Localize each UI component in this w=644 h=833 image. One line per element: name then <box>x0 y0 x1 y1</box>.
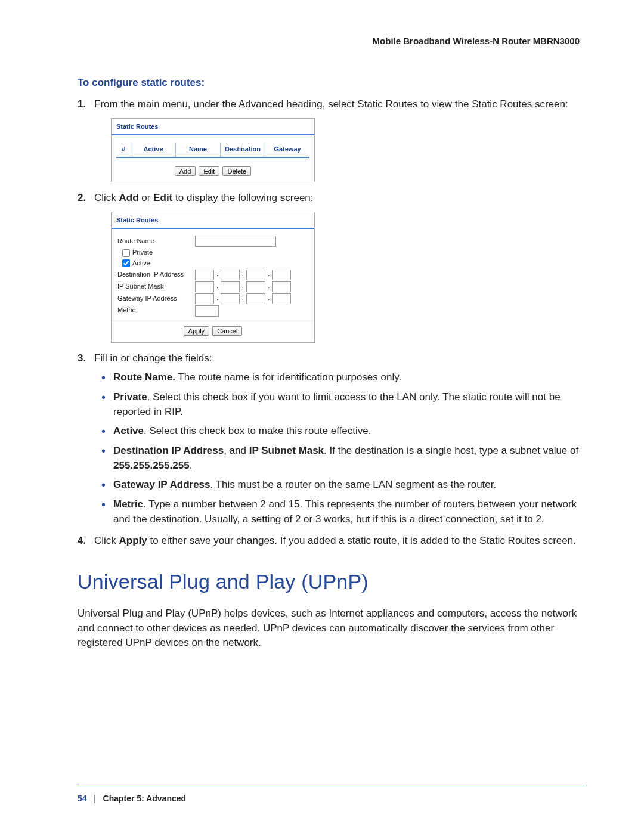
panel-title: Static Routes <box>112 119 314 135</box>
mask-1[interactable] <box>195 281 214 292</box>
b: Metric <box>113 498 143 510</box>
t2: . <box>190 460 193 471</box>
field-active: Active. Select this check box to make th… <box>113 424 584 439</box>
dest-ip-3[interactable] <box>246 270 265 280</box>
dest-ip-1[interactable] <box>195 270 214 280</box>
upnp-heading: Universal Plug and Play (UPnP) <box>78 570 584 593</box>
step-4-text-a: Click <box>94 535 119 546</box>
dest-ip-2[interactable] <box>221 270 240 280</box>
col-destination: Destination <box>220 143 265 157</box>
field-gateway: Gateway IP Address. This must be a route… <box>113 478 584 493</box>
b1: Destination IP Address <box>113 445 224 456</box>
step-2-text-e: to display the following screen: <box>172 192 313 203</box>
step-2-edit: Edit <box>153 192 172 203</box>
b: Gateway IP Address <box>113 479 210 490</box>
mask-3[interactable] <box>246 281 265 292</box>
label-metric: Metric <box>117 306 195 315</box>
metric-input[interactable] <box>195 305 219 317</box>
b: Route Name. <box>113 371 175 383</box>
step-4-apply: Apply <box>119 535 147 546</box>
b2: IP Subnet Mask <box>249 445 324 456</box>
step-1: From the main menu, under the Advanced h… <box>94 97 584 182</box>
add-button[interactable]: Add <box>175 166 196 176</box>
cancel-button[interactable]: Cancel <box>212 326 242 336</box>
m: , and <box>224 445 249 456</box>
field-metric: Metric. Type a number between 2 and 15. … <box>113 497 584 527</box>
label-active: Active <box>132 259 150 268</box>
upnp-paragraph: Universal Plug and Play (UPnP) helps dev… <box>78 606 584 651</box>
label-route-name: Route Name <box>117 237 195 246</box>
gw-3[interactable] <box>246 293 265 304</box>
panel-title: Static Routes <box>112 212 314 229</box>
step-2-text-c: or <box>139 192 154 203</box>
step-3: Fill in or change the fields: Route Name… <box>94 351 584 527</box>
step-2-add: Add <box>119 192 139 203</box>
gw-2[interactable] <box>221 293 240 304</box>
field-private: Private. Select this check box if you wa… <box>113 390 584 419</box>
section-heading: To configure static routes: <box>78 77 584 89</box>
table-header: # Active Name Destination Gateway <box>116 143 309 158</box>
col-active: Active <box>131 143 175 157</box>
private-checkbox[interactable] <box>122 249 130 257</box>
apply-button[interactable]: Apply <box>184 326 210 336</box>
b: Active <box>113 425 144 436</box>
label-gateway: Gateway IP Address <box>117 294 195 304</box>
chapter-label: Chapter 5: Advanced <box>103 794 187 803</box>
edit-button[interactable]: Edit <box>199 166 219 176</box>
active-checkbox[interactable] <box>122 259 130 267</box>
t: . Select this check box if you want to l… <box>113 391 561 417</box>
t: The route name is for identification pur… <box>175 371 401 383</box>
t: . Type a number between 2 and 15. This r… <box>113 498 577 525</box>
page-number: 54 <box>78 794 87 803</box>
t: . Select this check box to make this rou… <box>144 425 371 436</box>
mask-4[interactable] <box>272 281 291 292</box>
gw-4[interactable] <box>272 293 291 304</box>
step-4-text-c: to either save your changes. If you adde… <box>147 535 576 546</box>
t: . This must be a router on the same LAN … <box>210 479 497 490</box>
step-2-text-a: Click <box>94 192 119 203</box>
label-subnet: IP Subnet Mask <box>117 282 195 292</box>
footer-sep: | <box>94 794 96 803</box>
field-destination: Destination IP Address, and IP Subnet Ma… <box>113 444 584 473</box>
running-header: Mobile Broadband Wireless-N Router MBRN3… <box>78 36 584 46</box>
step-3-text: Fill in or change the fields: <box>94 352 212 364</box>
step-4: Click Apply to either save your changes.… <box>94 534 584 549</box>
mask-2[interactable] <box>221 281 240 292</box>
footer-rule <box>78 786 584 786</box>
route-name-input[interactable] <box>195 236 276 247</box>
dest-ip-4[interactable] <box>272 270 291 280</box>
label-private: Private <box>132 248 153 258</box>
col-name: Name <box>175 143 220 157</box>
static-routes-list-screenshot: Static Routes # Active Name Destination … <box>111 118 315 183</box>
col-gateway: Gateway <box>265 143 309 157</box>
b: Private <box>113 391 147 402</box>
field-route-name: Route Name. The route name is for identi… <box>113 370 584 385</box>
t1: . If the destination is a single host, t… <box>324 445 578 456</box>
b3: 255.255.255.255 <box>113 460 190 471</box>
step-1-text: From the main menu, under the Advanced h… <box>94 98 568 110</box>
page-footer: 54 | Chapter 5: Advanced <box>78 786 584 803</box>
delete-button[interactable]: Delete <box>222 166 251 176</box>
label-dest-ip: Destination IP Address <box>117 270 195 280</box>
gw-1[interactable] <box>195 293 214 304</box>
col-hash: # <box>116 143 131 157</box>
static-routes-form-screenshot: Static Routes Route Name Private Active … <box>111 212 315 343</box>
step-2: Click Add or Edit to display the followi… <box>94 191 584 342</box>
